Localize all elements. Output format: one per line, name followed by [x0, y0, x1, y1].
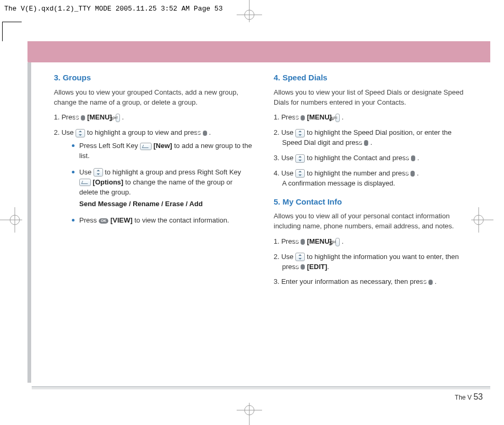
ok-key-icon: OK: [411, 155, 415, 161]
section-intro: Allows you to view your list of Speed Di…: [274, 88, 472, 108]
ok-key-icon: OK: [99, 218, 109, 224]
step: 1. Press OK [MENU], 5jkl .: [274, 237, 472, 247]
registration-mark-icon: [471, 207, 493, 233]
section-heading-speed-dials: 4. Speed Dials: [274, 72, 472, 84]
registration-mark-icon: [0, 207, 22, 233]
keypad-5-icon: 5jkl: [335, 238, 340, 246]
step: 2. Use to highlight the Speed Dial posit…: [274, 128, 472, 148]
step: 3. Enter your information as necessary, …: [274, 277, 472, 287]
bullet: Press OK [VIEW] to view the contact info…: [72, 216, 253, 226]
keypad-3-icon: 3def: [116, 114, 120, 122]
side-strip: [27, 62, 31, 383]
section-intro: Allows you to view all of your personal …: [274, 211, 472, 232]
nav-key-icon: [295, 169, 305, 178]
footer-rule: [32, 386, 490, 389]
step: 2. Use to highlight a group to view and …: [54, 128, 253, 226]
options-list: Send Message / Rename / Erase / Add: [79, 199, 253, 209]
registration-mark-icon: [237, 0, 262, 22]
nav-key-icon: [94, 168, 103, 177]
header-banner: [27, 41, 490, 62]
nav-key-icon: [295, 129, 305, 137]
section-heading-my-contact-info: 5. My Contact Info: [274, 196, 472, 208]
page-content: 3. Groups Allows you to view your groupe…: [54, 72, 472, 372]
left-column: 3. Groups Allows you to view your groupe…: [54, 72, 253, 372]
step: 1. Press OK [MENU], 3def .: [54, 113, 253, 123]
keypad-4-icon: 4ghi: [335, 114, 340, 122]
bullet: Press Left Soft Key [New] to add a new g…: [72, 141, 253, 161]
crop-corner-icon: [2, 22, 22, 41]
nav-key-icon: [295, 253, 305, 261]
section-heading-groups: 3. Groups: [54, 72, 253, 84]
nav-key-icon: [76, 129, 85, 137]
footer-label: The V: [455, 394, 472, 401]
right-soft-key-icon: [79, 179, 91, 186]
step: 1. Press OK [MENU], 4ghi .: [274, 113, 472, 123]
section-intro: Allows you to view your grouped Contacts…: [54, 88, 253, 108]
page-footer: The V 53: [455, 391, 483, 403]
registration-mark-icon: [237, 403, 262, 425]
bullet: Use to highlight a group and press Right…: [72, 168, 253, 209]
page-number: 53: [473, 392, 483, 401]
step: 3. Use to highlight the Contact and pres…: [274, 153, 472, 163]
steps-list: 1. Press OK [MENU], 4ghi . 2. Use to hig…: [274, 113, 472, 188]
substeps: Press Left Soft Key [New] to add a new g…: [62, 141, 253, 226]
steps-list: 1. Press OK [MENU], 3def . 2. Use to hig…: [54, 113, 253, 226]
nav-key-icon: [295, 154, 305, 163]
ok-key-icon: OK: [203, 131, 207, 136]
step: 4. Use to highlight the number and press…: [274, 169, 472, 189]
steps-list: 1. Press OK [MENU], 5jkl . 2. Use to hig…: [274, 237, 472, 287]
step: 2. Use to highlight the information you …: [274, 252, 472, 272]
ok-key-icon: OK: [428, 280, 433, 285]
left-soft-key-icon: [140, 143, 152, 150]
manual-page: The V(E).qxd(1.2)_TTY MODE 2005.11.25 3:…: [0, 0, 504, 425]
job-header: The V(E).qxd(1.2)_TTY MODE 2005.11.25 3:…: [4, 4, 222, 14]
right-column: 4. Speed Dials Allows you to view your l…: [274, 72, 472, 372]
